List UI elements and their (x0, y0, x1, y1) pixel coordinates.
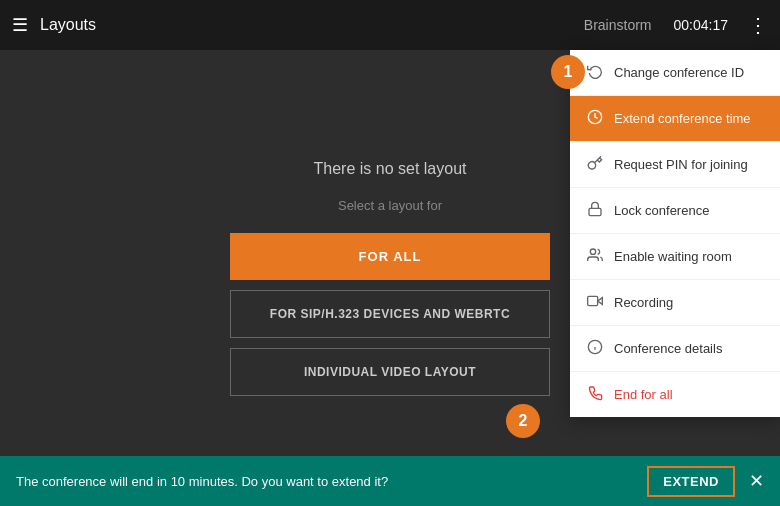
select-layout-label: Select a layout for (338, 198, 442, 213)
dropdown-item-4[interactable]: Enable waiting room (570, 234, 780, 280)
svg-rect-1 (589, 208, 601, 215)
menu-item-icon-2 (586, 155, 604, 174)
menu-item-icon-6 (586, 339, 604, 358)
dropdown-item-1[interactable]: Extend conference time (570, 96, 780, 142)
dropdown-item-0[interactable]: Change conference ID (570, 50, 780, 96)
svg-rect-4 (588, 296, 598, 305)
menu-item-label-6: Conference details (614, 341, 722, 356)
dropdown-item-5[interactable]: Recording (570, 280, 780, 326)
menu-item-icon-5 (586, 293, 604, 312)
menu-item-label-5: Recording (614, 295, 673, 310)
menu-item-label-3: Lock conference (614, 203, 709, 218)
dropdown-item-6[interactable]: Conference details (570, 326, 780, 372)
dropdown-item-3[interactable]: Lock conference (570, 188, 780, 234)
menu-item-label-4: Enable waiting room (614, 249, 732, 264)
step-badge-2: 2 (506, 404, 540, 438)
svg-marker-3 (598, 298, 603, 305)
no-layout-text: There is no set layout (314, 160, 467, 178)
dropdown-item-7[interactable]: End for all (570, 372, 780, 417)
menu-item-icon-0 (586, 63, 604, 82)
menu-item-icon-3 (586, 201, 604, 220)
conference-timer: 00:04:17 (674, 17, 729, 33)
menu-item-label-7: End for all (614, 387, 673, 402)
individual-video-layout-button[interactable]: INDIVIDUAL VIDEO LAYOUT (230, 348, 550, 396)
step-badge-1: 1 (551, 55, 585, 89)
toast-close-button[interactable]: ✕ (749, 470, 764, 492)
more-options-icon[interactable]: ⋮ (748, 13, 768, 37)
toast-message: The conference will end in 10 minutes. D… (16, 474, 637, 489)
menu-item-label-2: Request PIN for joining (614, 157, 748, 172)
dropdown-item-2[interactable]: Request PIN for joining (570, 142, 780, 188)
conference-name: Brainstorm (584, 17, 652, 33)
app-header: ☰ Layouts Brainstorm 00:04:17 ⋮ (0, 0, 780, 50)
toast-notification: The conference will end in 10 minutes. D… (0, 456, 780, 506)
menu-item-label-1: Extend conference time (614, 111, 751, 126)
for-all-button[interactable]: FOR ALL (230, 233, 550, 280)
menu-item-icon-1 (586, 109, 604, 128)
menu-item-icon-4 (586, 247, 604, 266)
extend-button[interactable]: EXTEND (647, 466, 735, 497)
dropdown-menu: Change conference IDExtend conference ti… (570, 50, 780, 417)
hamburger-menu-icon[interactable]: ☰ (12, 14, 28, 36)
svg-point-2 (590, 249, 595, 254)
menu-item-icon-7 (586, 385, 604, 404)
page-title: Layouts (40, 16, 572, 34)
menu-item-label-0: Change conference ID (614, 65, 744, 80)
for-sip-button[interactable]: FOR SIP/H.323 DEVICES AND WEBRTC (230, 290, 550, 338)
